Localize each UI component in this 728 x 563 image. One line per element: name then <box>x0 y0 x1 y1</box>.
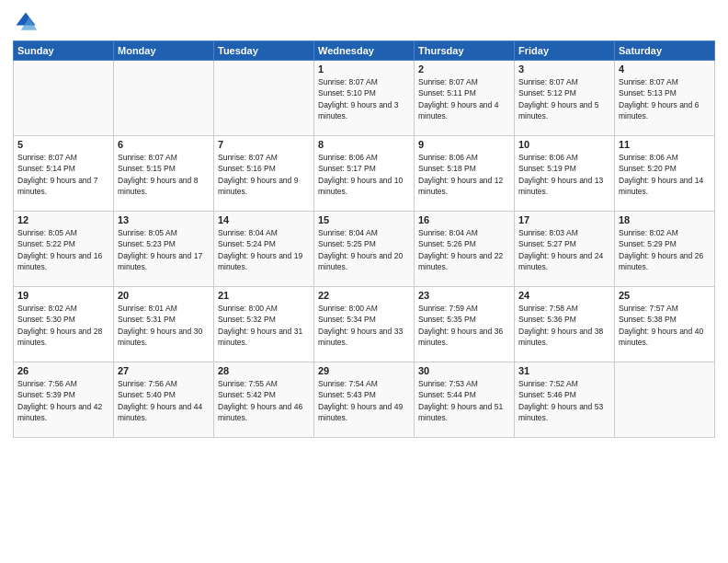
calendar-cell: 18Sunrise: 8:02 AMSunset: 5:29 PMDayligh… <box>615 212 715 287</box>
day-info: Sunrise: 8:00 AMSunset: 5:34 PMDaylight:… <box>318 303 410 348</box>
day-info: Sunrise: 8:07 AMSunset: 5:11 PMDaylight:… <box>418 76 510 121</box>
page: SundayMondayTuesdayWednesdayThursdayFrid… <box>0 0 728 563</box>
day-info: Sunrise: 8:00 AMSunset: 5:32 PMDaylight:… <box>218 303 310 348</box>
calendar-cell <box>615 362 715 438</box>
day-number: 30 <box>418 365 510 376</box>
calendar-cell: 30Sunrise: 7:53 AMSunset: 5:44 PMDayligh… <box>415 362 515 438</box>
day-number: 11 <box>619 139 711 150</box>
day-number: 16 <box>418 214 510 225</box>
calendar-cell: 31Sunrise: 7:52 AMSunset: 5:46 PMDayligh… <box>515 362 615 438</box>
day-number: 2 <box>418 63 510 75</box>
day-info: Sunrise: 8:05 AMSunset: 5:22 PMDaylight:… <box>17 227 109 272</box>
calendar-cell: 16Sunrise: 8:04 AMSunset: 5:26 PMDayligh… <box>415 212 515 287</box>
calendar-cell: 9Sunrise: 8:06 AMSunset: 5:18 PMDaylight… <box>415 136 515 212</box>
calendar-cell: 3Sunrise: 8:07 AMSunset: 5:12 PMDaylight… <box>515 61 615 136</box>
day-info: Sunrise: 8:04 AMSunset: 5:26 PMDaylight:… <box>418 227 510 272</box>
weekday-header-monday: Monday <box>114 41 214 61</box>
day-info: Sunrise: 8:06 AMSunset: 5:18 PMDaylight:… <box>418 152 510 197</box>
day-number: 5 <box>17 139 109 150</box>
calendar-cell: 20Sunrise: 8:01 AMSunset: 5:31 PMDayligh… <box>114 287 214 362</box>
day-number: 28 <box>218 365 310 376</box>
weekday-header-thursday: Thursday <box>415 41 515 61</box>
day-number: 31 <box>518 365 610 376</box>
calendar-cell: 10Sunrise: 8:06 AMSunset: 5:19 PMDayligh… <box>515 136 615 212</box>
calendar-cell: 14Sunrise: 8:04 AMSunset: 5:24 PMDayligh… <box>214 212 314 287</box>
calendar-cell: 13Sunrise: 8:05 AMSunset: 5:23 PMDayligh… <box>114 212 214 287</box>
day-info: Sunrise: 8:06 AMSunset: 5:19 PMDaylight:… <box>518 152 610 197</box>
calendar-cell: 26Sunrise: 7:56 AMSunset: 5:39 PMDayligh… <box>14 362 114 438</box>
day-info: Sunrise: 7:59 AMSunset: 5:35 PMDaylight:… <box>418 303 510 348</box>
day-info: Sunrise: 8:04 AMSunset: 5:24 PMDaylight:… <box>218 227 310 272</box>
calendar-cell: 19Sunrise: 8:02 AMSunset: 5:30 PMDayligh… <box>14 287 114 362</box>
day-number: 21 <box>218 290 310 301</box>
calendar-cell: 27Sunrise: 7:56 AMSunset: 5:40 PMDayligh… <box>114 362 214 438</box>
calendar-cell: 22Sunrise: 8:00 AMSunset: 5:34 PMDayligh… <box>314 287 415 362</box>
day-number: 12 <box>17 214 109 225</box>
calendar-cell: 11Sunrise: 8:06 AMSunset: 5:20 PMDayligh… <box>615 136 715 212</box>
day-number: 25 <box>619 290 711 301</box>
calendar-cell <box>14 61 114 136</box>
weekday-header-sunday: Sunday <box>14 41 114 61</box>
weekday-row: SundayMondayTuesdayWednesdayThursdayFrid… <box>14 41 715 61</box>
day-number: 20 <box>118 290 210 301</box>
day-info: Sunrise: 7:53 AMSunset: 5:44 PMDaylight:… <box>418 378 510 423</box>
calendar-cell: 29Sunrise: 7:54 AMSunset: 5:43 PMDayligh… <box>314 362 415 438</box>
day-info: Sunrise: 8:07 AMSunset: 5:15 PMDaylight:… <box>118 152 210 197</box>
calendar-cell: 7Sunrise: 8:07 AMSunset: 5:16 PMDaylight… <box>214 136 314 212</box>
day-info: Sunrise: 8:03 AMSunset: 5:27 PMDaylight:… <box>518 227 610 272</box>
weekday-header-saturday: Saturday <box>615 41 715 61</box>
day-number: 8 <box>318 139 410 150</box>
day-info: Sunrise: 8:07 AMSunset: 5:12 PMDaylight:… <box>518 76 610 121</box>
day-info: Sunrise: 7:52 AMSunset: 5:46 PMDaylight:… <box>518 378 610 423</box>
calendar-cell: 28Sunrise: 7:55 AMSunset: 5:42 PMDayligh… <box>214 362 314 438</box>
day-info: Sunrise: 8:06 AMSunset: 5:20 PMDaylight:… <box>619 152 711 197</box>
day-info: Sunrise: 8:07 AMSunset: 5:16 PMDaylight:… <box>218 152 310 197</box>
weekday-header-wednesday: Wednesday <box>314 41 415 61</box>
day-number: 7 <box>218 139 310 150</box>
weekday-header-tuesday: Tuesday <box>214 41 314 61</box>
calendar-cell: 6Sunrise: 8:07 AMSunset: 5:15 PMDaylight… <box>114 136 214 212</box>
day-info: Sunrise: 7:58 AMSunset: 5:36 PMDaylight:… <box>518 303 610 348</box>
day-info: Sunrise: 8:07 AMSunset: 5:13 PMDaylight:… <box>619 76 711 121</box>
day-number: 13 <box>118 214 210 225</box>
calendar-cell: 23Sunrise: 7:59 AMSunset: 5:35 PMDayligh… <box>415 287 515 362</box>
day-info: Sunrise: 8:06 AMSunset: 5:17 PMDaylight:… <box>318 152 410 197</box>
calendar-cell: 5Sunrise: 8:07 AMSunset: 5:14 PMDaylight… <box>14 136 114 212</box>
day-info: Sunrise: 7:56 AMSunset: 5:40 PMDaylight:… <box>118 378 210 423</box>
weekday-header-friday: Friday <box>515 41 615 61</box>
day-info: Sunrise: 7:55 AMSunset: 5:42 PMDaylight:… <box>218 378 310 423</box>
day-number: 24 <box>518 290 610 301</box>
day-info: Sunrise: 8:07 AMSunset: 5:14 PMDaylight:… <box>17 152 109 197</box>
calendar-cell: 24Sunrise: 7:58 AMSunset: 5:36 PMDayligh… <box>515 287 615 362</box>
calendar-table: SundayMondayTuesdayWednesdayThursdayFrid… <box>13 40 715 438</box>
calendar-cell <box>214 61 314 136</box>
day-number: 22 <box>318 290 410 301</box>
day-number: 15 <box>318 214 410 225</box>
calendar-cell: 4Sunrise: 8:07 AMSunset: 5:13 PMDaylight… <box>615 61 715 136</box>
logo <box>13 9 42 35</box>
day-number: 18 <box>619 214 711 225</box>
day-number: 6 <box>118 139 210 150</box>
day-number: 26 <box>17 365 109 376</box>
day-info: Sunrise: 8:04 AMSunset: 5:25 PMDaylight:… <box>318 227 410 272</box>
calendar-cell: 8Sunrise: 8:06 AMSunset: 5:17 PMDaylight… <box>314 136 415 212</box>
day-number: 27 <box>118 365 210 376</box>
calendar-week-1: 1Sunrise: 8:07 AMSunset: 5:10 PMDaylight… <box>14 61 715 136</box>
day-info: Sunrise: 7:56 AMSunset: 5:39 PMDaylight:… <box>17 378 109 423</box>
day-number: 23 <box>418 290 510 301</box>
day-number: 9 <box>418 139 510 150</box>
calendar-cell: 17Sunrise: 8:03 AMSunset: 5:27 PMDayligh… <box>515 212 615 287</box>
calendar-cell: 12Sunrise: 8:05 AMSunset: 5:22 PMDayligh… <box>14 212 114 287</box>
calendar-week-5: 26Sunrise: 7:56 AMSunset: 5:39 PMDayligh… <box>14 362 715 438</box>
day-number: 4 <box>619 63 711 75</box>
day-number: 19 <box>17 290 109 301</box>
day-number: 10 <box>518 139 610 150</box>
day-number: 29 <box>318 365 410 376</box>
calendar-cell: 25Sunrise: 7:57 AMSunset: 5:38 PMDayligh… <box>615 287 715 362</box>
day-number: 1 <box>318 63 410 75</box>
calendar-cell: 15Sunrise: 8:04 AMSunset: 5:25 PMDayligh… <box>314 212 415 287</box>
calendar-body: 1Sunrise: 8:07 AMSunset: 5:10 PMDaylight… <box>14 61 715 438</box>
header <box>13 9 715 35</box>
day-number: 17 <box>518 214 610 225</box>
calendar-week-4: 19Sunrise: 8:02 AMSunset: 5:30 PMDayligh… <box>14 287 715 362</box>
